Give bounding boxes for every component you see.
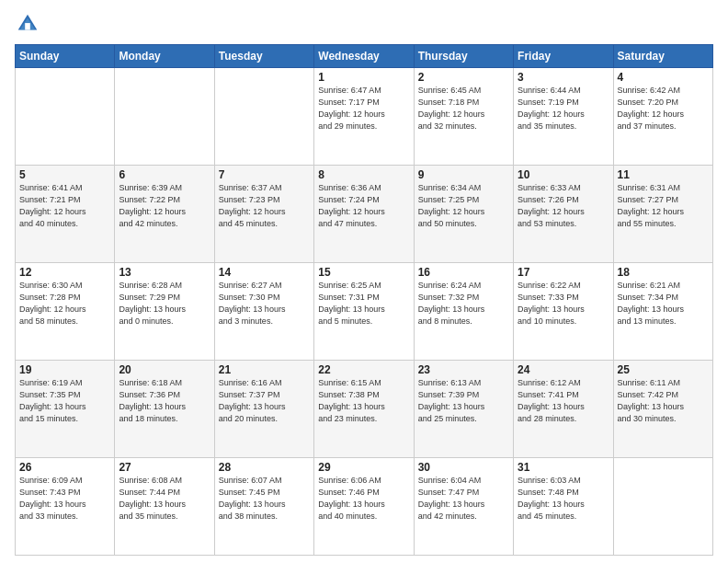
day-of-week-header: Tuesday [214, 45, 313, 68]
day-info: Sunrise: 6:42 AM Sunset: 7:20 PM Dayligh… [618, 85, 709, 132]
calendar-header-row: SundayMondayTuesdayWednesdayThursdayFrid… [16, 45, 713, 68]
day-info: Sunrise: 6:31 AM Sunset: 7:27 PM Dayligh… [618, 182, 709, 230]
day-info: Sunrise: 6:19 AM Sunset: 7:35 PM Dayligh… [19, 377, 110, 425]
calendar-cell: 15Sunrise: 6:25 AM Sunset: 7:31 PM Dayli… [314, 263, 414, 361]
calendar-cell: 29Sunrise: 6:06 AM Sunset: 7:46 PM Dayli… [314, 458, 414, 556]
calendar-cell: 6Sunrise: 6:39 AM Sunset: 7:22 PM Daylig… [115, 166, 214, 263]
day-info: Sunrise: 6:25 AM Sunset: 7:31 PM Dayligh… [318, 280, 409, 327]
logo-icon [15, 11, 40, 37]
day-number: 26 [19, 461, 110, 474]
day-info: Sunrise: 6:11 AM Sunset: 7:42 PM Dayligh… [618, 377, 709, 425]
day-number: 19 [19, 363, 110, 376]
calendar-cell [613, 458, 712, 556]
day-number: 4 [618, 71, 709, 84]
page: SundayMondayTuesdayWednesdayThursdayFrid… [0, 0, 728, 563]
calendar-cell: 18Sunrise: 6:21 AM Sunset: 7:34 PM Dayli… [613, 263, 712, 361]
day-number: 24 [518, 363, 609, 376]
day-of-week-header: Saturday [613, 45, 712, 68]
calendar-cell: 19Sunrise: 6:19 AM Sunset: 7:35 PM Dayli… [16, 361, 115, 458]
day-info: Sunrise: 6:07 AM Sunset: 7:45 PM Dayligh… [219, 475, 310, 523]
calendar-cell: 14Sunrise: 6:27 AM Sunset: 7:30 PM Dayli… [214, 263, 313, 361]
logo [15, 11, 44, 37]
day-number: 20 [119, 363, 210, 376]
day-info: Sunrise: 6:33 AM Sunset: 7:26 PM Dayligh… [518, 182, 609, 230]
calendar-cell: 9Sunrise: 6:34 AM Sunset: 7:25 PM Daylig… [414, 166, 513, 263]
calendar-cell: 21Sunrise: 6:16 AM Sunset: 7:37 PM Dayli… [214, 361, 313, 458]
day-info: Sunrise: 6:13 AM Sunset: 7:39 PM Dayligh… [418, 377, 509, 425]
day-info: Sunrise: 6:28 AM Sunset: 7:29 PM Dayligh… [119, 280, 210, 327]
day-info: Sunrise: 6:09 AM Sunset: 7:43 PM Dayligh… [19, 475, 110, 523]
calendar-cell: 24Sunrise: 6:12 AM Sunset: 7:41 PM Dayli… [514, 361, 613, 458]
day-number: 25 [618, 363, 709, 376]
day-number: 12 [19, 266, 110, 279]
day-number: 29 [318, 461, 409, 474]
calendar-week-row: 5Sunrise: 6:41 AM Sunset: 7:21 PM Daylig… [16, 166, 713, 263]
day-number: 2 [418, 71, 509, 84]
calendar-cell: 13Sunrise: 6:28 AM Sunset: 7:29 PM Dayli… [115, 263, 214, 361]
day-of-week-header: Wednesday [314, 45, 414, 68]
calendar-cell: 2Sunrise: 6:45 AM Sunset: 7:18 PM Daylig… [414, 68, 513, 166]
day-info: Sunrise: 6:08 AM Sunset: 7:44 PM Dayligh… [119, 475, 210, 523]
day-info: Sunrise: 6:39 AM Sunset: 7:22 PM Dayligh… [119, 182, 210, 230]
calendar-cell [115, 68, 214, 166]
day-info: Sunrise: 6:03 AM Sunset: 7:48 PM Dayligh… [518, 475, 609, 523]
day-info: Sunrise: 6:27 AM Sunset: 7:30 PM Dayligh… [219, 280, 310, 327]
calendar-week-row: 1Sunrise: 6:47 AM Sunset: 7:17 PM Daylig… [16, 68, 713, 166]
calendar-cell [214, 68, 313, 166]
calendar-cell: 12Sunrise: 6:30 AM Sunset: 7:28 PM Dayli… [16, 263, 115, 361]
day-number: 28 [219, 461, 310, 474]
calendar-cell: 10Sunrise: 6:33 AM Sunset: 7:26 PM Dayli… [514, 166, 613, 263]
day-number: 21 [219, 363, 310, 376]
calendar-cell: 27Sunrise: 6:08 AM Sunset: 7:44 PM Dayli… [115, 458, 214, 556]
day-info: Sunrise: 6:24 AM Sunset: 7:32 PM Dayligh… [418, 280, 509, 327]
day-number: 14 [219, 266, 310, 279]
calendar-cell: 17Sunrise: 6:22 AM Sunset: 7:33 PM Dayli… [514, 263, 613, 361]
day-of-week-header: Friday [514, 45, 613, 68]
day-info: Sunrise: 6:22 AM Sunset: 7:33 PM Dayligh… [518, 280, 609, 327]
day-info: Sunrise: 6:37 AM Sunset: 7:23 PM Dayligh… [219, 182, 310, 230]
day-number: 7 [219, 168, 310, 181]
day-info: Sunrise: 6:47 AM Sunset: 7:17 PM Dayligh… [318, 85, 409, 132]
calendar-cell: 3Sunrise: 6:44 AM Sunset: 7:19 PM Daylig… [514, 68, 613, 166]
day-number: 16 [418, 266, 509, 279]
day-info: Sunrise: 6:36 AM Sunset: 7:24 PM Dayligh… [318, 182, 409, 230]
day-of-week-header: Monday [115, 45, 214, 68]
day-info: Sunrise: 6:41 AM Sunset: 7:21 PM Dayligh… [19, 182, 110, 230]
calendar-week-row: 12Sunrise: 6:30 AM Sunset: 7:28 PM Dayli… [16, 263, 713, 361]
day-number: 18 [618, 266, 709, 279]
calendar-cell: 5Sunrise: 6:41 AM Sunset: 7:21 PM Daylig… [16, 166, 115, 263]
day-info: Sunrise: 6:12 AM Sunset: 7:41 PM Dayligh… [518, 377, 609, 425]
header [15, 11, 713, 37]
day-of-week-header: Thursday [414, 45, 513, 68]
day-number: 13 [119, 266, 210, 279]
day-info: Sunrise: 6:21 AM Sunset: 7:34 PM Dayligh… [618, 280, 709, 327]
day-number: 3 [518, 71, 609, 84]
day-info: Sunrise: 6:15 AM Sunset: 7:38 PM Dayligh… [318, 377, 409, 425]
svg-rect-2 [25, 23, 30, 29]
calendar-cell: 1Sunrise: 6:47 AM Sunset: 7:17 PM Daylig… [314, 68, 414, 166]
day-number: 5 [19, 168, 110, 181]
day-number: 11 [618, 168, 709, 181]
day-number: 15 [318, 266, 409, 279]
calendar-cell: 7Sunrise: 6:37 AM Sunset: 7:23 PM Daylig… [214, 166, 313, 263]
calendar-cell: 30Sunrise: 6:04 AM Sunset: 7:47 PM Dayli… [414, 458, 513, 556]
calendar-cell: 16Sunrise: 6:24 AM Sunset: 7:32 PM Dayli… [414, 263, 513, 361]
calendar-cell: 20Sunrise: 6:18 AM Sunset: 7:36 PM Dayli… [115, 361, 214, 458]
day-info: Sunrise: 6:16 AM Sunset: 7:37 PM Dayligh… [219, 377, 310, 425]
day-number: 9 [418, 168, 509, 181]
calendar-week-row: 19Sunrise: 6:19 AM Sunset: 7:35 PM Dayli… [16, 361, 713, 458]
day-info: Sunrise: 6:44 AM Sunset: 7:19 PM Dayligh… [518, 85, 609, 132]
day-info: Sunrise: 6:06 AM Sunset: 7:46 PM Dayligh… [318, 475, 409, 523]
day-of-week-header: Sunday [16, 45, 115, 68]
calendar-cell [16, 68, 115, 166]
day-number: 27 [119, 461, 210, 474]
calendar-cell: 28Sunrise: 6:07 AM Sunset: 7:45 PM Dayli… [214, 458, 313, 556]
calendar-cell: 23Sunrise: 6:13 AM Sunset: 7:39 PM Dayli… [414, 361, 513, 458]
calendar-cell: 22Sunrise: 6:15 AM Sunset: 7:38 PM Dayli… [314, 361, 414, 458]
calendar-week-row: 26Sunrise: 6:09 AM Sunset: 7:43 PM Dayli… [16, 458, 713, 556]
day-number: 22 [318, 363, 409, 376]
day-info: Sunrise: 6:30 AM Sunset: 7:28 PM Dayligh… [19, 280, 110, 327]
calendar-cell: 25Sunrise: 6:11 AM Sunset: 7:42 PM Dayli… [613, 361, 712, 458]
day-number: 31 [518, 461, 609, 474]
calendar-cell: 31Sunrise: 6:03 AM Sunset: 7:48 PM Dayli… [514, 458, 613, 556]
